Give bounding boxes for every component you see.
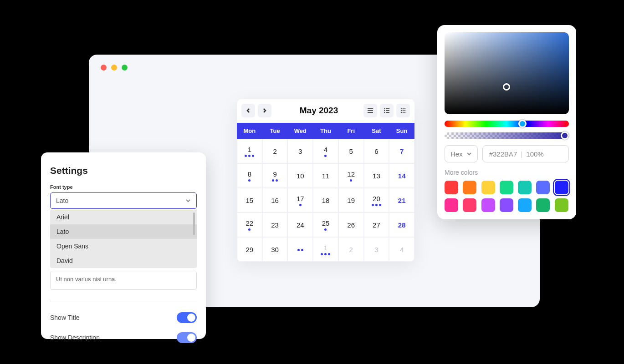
prev-month-button[interactable] <box>241 104 255 117</box>
font-select[interactable]: Lato <box>50 192 197 209</box>
color-swatch[interactable] <box>463 181 476 194</box>
color-swatch[interactable] <box>500 181 513 194</box>
day-number: 21 <box>398 197 406 204</box>
day-cell[interactable]: 22 <box>237 212 262 237</box>
swatch-grid <box>445 181 569 212</box>
svg-rect-1 <box>368 110 373 111</box>
color-swatch[interactable] <box>518 198 532 212</box>
color-swatch[interactable] <box>518 181 532 194</box>
calendar-widget: May 2023 MonTueWedThuFriSatSun 123456789… <box>237 99 414 262</box>
day-cell[interactable]: 3 <box>364 237 389 262</box>
list-view-button[interactable] <box>363 104 377 117</box>
next-month-button[interactable] <box>258 104 271 117</box>
chevron-down-icon <box>185 198 191 203</box>
color-swatch[interactable] <box>555 181 568 194</box>
day-cell[interactable]: 17 <box>287 188 313 212</box>
color-swatch[interactable] <box>500 198 513 212</box>
svg-point-17 <box>404 112 406 113</box>
day-cell[interactable]: 2 <box>338 237 364 262</box>
color-swatch[interactable] <box>481 181 495 194</box>
day-number: 28 <box>398 221 406 229</box>
color-picker: Hex #322BA7 | 100% More colors <box>437 25 576 219</box>
minimize-button[interactable] <box>111 65 117 71</box>
event-dots <box>272 179 278 182</box>
color-format-select[interactable]: Hex <box>445 145 478 162</box>
day-cell[interactable]: 18 <box>313 188 338 212</box>
day-cell[interactable]: 13 <box>364 163 389 188</box>
day-cell[interactable]: 26 <box>338 212 364 237</box>
day-number: 23 <box>271 221 279 229</box>
day-cell[interactable]: 21 <box>389 188 414 212</box>
day-cell[interactable]: 16 <box>262 188 288 212</box>
day-cell[interactable]: 28 <box>389 212 414 237</box>
day-number: 14 <box>398 172 406 180</box>
show-title-toggle[interactable] <box>177 312 197 323</box>
hue-cursor[interactable] <box>518 120 527 128</box>
day-cell[interactable]: 12 <box>338 163 364 188</box>
svg-rect-0 <box>368 108 373 109</box>
chevron-left-icon <box>246 108 251 113</box>
event-dots <box>248 228 251 231</box>
day-cell[interactable]: 20 <box>364 188 389 212</box>
day-cell[interactable]: 4 <box>313 139 338 163</box>
color-swatch[interactable] <box>555 198 568 212</box>
day-number: 2 <box>349 246 353 253</box>
show-description-toggle[interactable] <box>177 332 197 343</box>
alpha-slider[interactable] <box>445 132 569 139</box>
description-textarea[interactable] <box>50 271 197 290</box>
grid-view-button[interactable] <box>396 104 410 117</box>
day-cell[interactable]: 8 <box>237 163 262 188</box>
event-dots <box>321 253 330 255</box>
days-grid: 1234567891011121314151617181920212223242… <box>237 139 414 262</box>
day-number: 4 <box>324 146 327 153</box>
weekday-tue: Tue <box>262 123 288 139</box>
day-number: 15 <box>246 197 254 204</box>
color-swatch[interactable] <box>536 181 550 194</box>
bullet-list-icon <box>384 107 390 114</box>
day-cell[interactable]: 27 <box>364 212 389 237</box>
day-cell[interactable]: 23 <box>262 212 288 237</box>
day-cell[interactable]: 29 <box>237 237 262 262</box>
day-cell[interactable]: 10 <box>287 163 313 188</box>
alpha-cursor[interactable] <box>561 131 569 140</box>
saturation-value-field[interactable] <box>445 32 569 114</box>
font-option[interactable]: Open Sans <box>50 239 197 253</box>
svg-point-13 <box>403 110 404 111</box>
day-cell[interactable]: 30 <box>262 237 288 262</box>
day-cell[interactable]: 14 <box>389 163 414 188</box>
font-option[interactable]: David <box>50 253 197 268</box>
day-cell[interactable] <box>287 237 313 262</box>
svg-rect-2 <box>368 112 373 113</box>
day-cell[interactable]: 1 <box>237 139 262 163</box>
day-cell[interactable]: 7 <box>389 139 414 163</box>
color-swatch[interactable] <box>463 198 476 212</box>
svg-point-12 <box>401 110 402 111</box>
font-option[interactable]: Lato <box>50 224 197 239</box>
day-number: 1 <box>324 244 327 252</box>
font-option[interactable]: Ariel <box>50 210 197 224</box>
color-swatch[interactable] <box>536 198 550 212</box>
hue-slider[interactable] <box>445 121 569 127</box>
hex-input[interactable]: #322BA7 | 100% <box>482 145 569 162</box>
event-dots <box>372 204 381 206</box>
day-cell[interactable]: 11 <box>313 163 338 188</box>
day-cell[interactable]: 19 <box>338 188 364 212</box>
day-cell[interactable]: 24 <box>287 212 313 237</box>
day-cell[interactable]: 5 <box>338 139 364 163</box>
color-swatch[interactable] <box>445 181 458 194</box>
day-cell[interactable]: 15 <box>237 188 262 212</box>
color-format-value: Hex <box>450 150 463 158</box>
day-cell[interactable]: 9 <box>262 163 288 188</box>
day-cell[interactable]: 25 <box>313 212 338 237</box>
day-cell[interactable]: 4 <box>389 237 414 262</box>
color-swatch[interactable] <box>481 198 495 212</box>
maximize-button[interactable] <box>122 65 128 71</box>
day-cell[interactable]: 2 <box>262 139 288 163</box>
color-swatch[interactable] <box>445 198 458 212</box>
close-button[interactable] <box>101 65 107 71</box>
day-cell[interactable]: 6 <box>364 139 389 163</box>
day-cell[interactable]: 1 <box>313 237 338 262</box>
agenda-view-button[interactable] <box>380 104 394 117</box>
sv-cursor[interactable] <box>503 83 510 91</box>
day-cell[interactable]: 3 <box>287 139 313 163</box>
